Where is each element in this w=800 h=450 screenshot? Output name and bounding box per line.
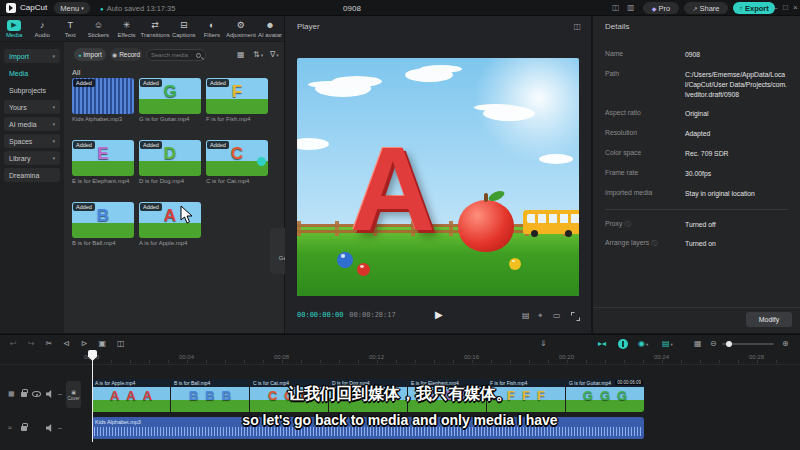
chevron-down-icon: ▾ <box>276 52 279 58</box>
ribbon-tab[interactable]: ⚙ Adjustment <box>226 16 256 41</box>
slider-handle[interactable] <box>726 341 732 347</box>
timeline-tool-button[interactable]: ⊳ <box>81 339 88 348</box>
search-input[interactable] <box>151 52 196 58</box>
layout-toggle-icon[interactable]: ◫ <box>612 3 620 12</box>
media-item[interactable]: G Added G is for Guitar.mp4 <box>139 78 201 114</box>
field-label: Proxy <box>605 220 622 229</box>
ribbon-tab[interactable]: ⇄ Transitions <box>141 16 170 41</box>
link-clips-button[interactable]: ◉▾ <box>638 339 648 348</box>
tool-icon: ⊲ <box>63 339 70 348</box>
sidebar-item[interactable]: Dreamina <box>4 168 60 182</box>
video-preview[interactable]: A <box>297 58 579 296</box>
voiceover-icon[interactable]: ⇓ <box>540 339 547 348</box>
ribbon-tab[interactable]: T Text <box>56 16 84 41</box>
ribbon-tab[interactable]: ⊟ Captions <box>170 16 198 41</box>
modify-button[interactable]: Modify <box>746 312 792 327</box>
timeline-tool-button[interactable]: ◫ <box>117 339 125 348</box>
clip-name: A is for Apple.mp4 <box>92 379 170 387</box>
panel-layout-icon[interactable]: ▥ <box>627 3 635 12</box>
sidebar-item[interactable]: Subprojects <box>4 83 60 97</box>
ribbon-tab[interactable]: ▶ Media <box>0 16 28 41</box>
timeline-tool-button[interactable]: ▣ <box>99 339 107 348</box>
lock-track-icon[interactable] <box>21 392 27 397</box>
timeline-tool-button[interactable]: ⊲ <box>63 339 70 348</box>
ribbon-tab-icon: ▶ <box>7 20 21 31</box>
ribbon-tab[interactable]: ♪ Audio <box>28 16 56 41</box>
ribbon-tab[interactable]: ✳ Effects <box>112 16 140 41</box>
main-track-icon[interactable]: ▦ <box>8 390 15 398</box>
player-title: Player <box>297 22 320 31</box>
field-value: Adapted <box>685 129 788 139</box>
zoom-in-icon[interactable]: ⊕ <box>782 339 789 348</box>
magnet-icon[interactable]: ▸◂ <box>598 339 606 348</box>
media-item[interactable]: D Added D is for Dog.mp4 <box>139 140 201 176</box>
fullscreen-icon[interactable] <box>571 312 579 320</box>
minimize-button[interactable]: – <box>773 3 777 12</box>
menu-button[interactable]: Menu▾ <box>54 2 90 14</box>
media-item[interactable]: Added Kids Alphabet.mp3 <box>72 78 134 114</box>
play-button[interactable]: ▶ <box>435 309 443 320</box>
timeline-clip[interactable]: B is for Ball.mp4 BBB <box>171 379 249 412</box>
mute-track-icon[interactable] <box>46 390 54 398</box>
field-value: Rec. 709 SDR <box>685 149 788 159</box>
added-badge: Added <box>73 203 95 211</box>
media-item[interactable]: C Added C is for Cat.mp4 <box>206 140 268 176</box>
ribbon-tab[interactable]: ◐ Filters <box>198 16 226 41</box>
sidebar-item-label: Media <box>9 70 28 77</box>
ribbon-tab-icon: ⚙ <box>234 20 248 31</box>
collapse-audio-icon[interactable]: – <box>58 424 62 431</box>
media-item[interactable]: F Added F is for Fish.mp4 <box>206 78 268 114</box>
cover-button[interactable]: ▣ Cover <box>66 381 81 408</box>
ribbon-tab[interactable]: ☻ AI avatar <box>256 16 284 41</box>
mute-audio-icon[interactable] <box>46 424 54 432</box>
track-options-button[interactable]: ▤▾ <box>662 339 673 348</box>
sidebar-item[interactable]: Import ▾ <box>4 49 60 63</box>
chevron-down-icon: ▾ <box>671 342 673 347</box>
media-section-label[interactable]: All <box>72 68 80 77</box>
sort-button[interactable]: ⇅▾ <box>253 50 263 59</box>
record-button[interactable]: ◉Record <box>110 48 142 61</box>
timeline-tool-button[interactable]: ✂ <box>45 339 52 348</box>
aspect-ratio-icon[interactable]: ▭ <box>553 311 561 320</box>
timeline-ruler[interactable]: 00:0000:0400:0800:1200:1600:2000:2400:28 <box>0 352 800 365</box>
sidebar-item[interactable]: Media <box>4 66 60 80</box>
import-button[interactable]: ●Import <box>74 48 106 61</box>
ruler-label: 00:28 <box>709 354 800 360</box>
media-search[interactable] <box>146 49 206 61</box>
share-button[interactable]: ↗Share <box>684 2 728 14</box>
media-item[interactable]: E Added E is for Elephant.mp4 <box>72 140 134 176</box>
filter-button[interactable]: ∇▾ <box>270 50 279 59</box>
ribbon-tab[interactable]: ☺ Stickers <box>84 16 112 41</box>
tracks-icon: ▤ <box>662 339 670 348</box>
diamond-icon: ◆ <box>652 5 657 12</box>
timeline-tool-button[interactable]: ↩ <box>10 339 17 348</box>
export-button[interactable]: ↑Export <box>733 2 775 14</box>
grid-view-button[interactable]: ▦ <box>237 50 245 59</box>
maximize-button[interactable]: □ <box>783 3 788 12</box>
timeline-clip[interactable]: A is for Apple.mp4 AAA <box>92 379 170 412</box>
detach-player-icon[interactable]: ◫ <box>573 22 581 31</box>
lock-audio-icon[interactable] <box>21 426 27 431</box>
timeline-tool-button[interactable]: ↪ <box>28 339 35 348</box>
timeline-clip[interactable]: G is for Guitar.mp4 00:00:06:09 GGG <box>566 379 644 412</box>
field-label: Arrange layers <box>605 239 649 248</box>
sidebar-item[interactable]: Library ▾ <box>4 151 60 165</box>
zoom-out-icon[interactable]: ⊖ <box>710 339 717 348</box>
media-item[interactable]: B Added B is for Ball.mp4 <box>72 202 134 238</box>
hide-track-icon[interactable] <box>32 391 41 397</box>
preview-quality-icon[interactable]: ▤ <box>522 311 530 320</box>
timeline-zoom-slider[interactable] <box>722 343 774 345</box>
playhead-line[interactable] <box>92 352 93 442</box>
track-view-icon[interactable]: ▦ <box>694 339 702 348</box>
close-button[interactable]: × <box>793 3 798 12</box>
snapping-icon[interactable] <box>618 339 628 349</box>
pro-button[interactable]: ◆Pro <box>643 2 679 14</box>
focus-icon[interactable]: ⌖ <box>538 311 543 321</box>
sidebar-item[interactable]: Spaces ▾ <box>4 134 60 148</box>
sidebar-item[interactable]: Yours ▾ <box>4 100 60 114</box>
collapse-track-icon[interactable]: – <box>58 390 62 397</box>
audio-track-icon[interactable]: ≈ <box>8 424 12 431</box>
project-title: 0908 <box>343 4 361 13</box>
details-row: Proxyⓘ Turned off <box>593 220 800 230</box>
sidebar-item[interactable]: AI media ▾ <box>4 117 60 131</box>
